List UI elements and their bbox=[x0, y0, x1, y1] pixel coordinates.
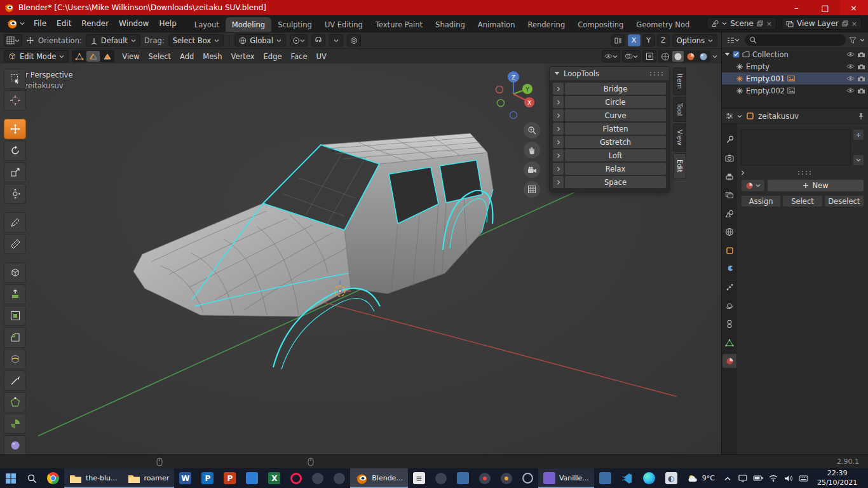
properties-tab-output[interactable] bbox=[722, 170, 736, 184]
disclosure-triangle-icon[interactable] bbox=[724, 52, 730, 57]
taskbar-word-button[interactable]: W bbox=[174, 468, 196, 488]
taskbar-app-dark-3-button[interactable] bbox=[430, 468, 452, 488]
looptools-gstretch-button[interactable]: Gstretch bbox=[565, 136, 666, 148]
looptools-panel-header[interactable]: LoopTools bbox=[550, 67, 669, 80]
shading-solid[interactable] bbox=[672, 51, 684, 62]
options-dropdown[interactable]: Options bbox=[672, 34, 717, 46]
properties-tab-physics[interactable] bbox=[722, 299, 736, 313]
hide-eye-icon[interactable] bbox=[846, 76, 855, 81]
taskbar-task-blende[interactable]: Blende... bbox=[350, 468, 408, 488]
sidebar-tab-item[interactable]: Item bbox=[673, 67, 686, 95]
menu-edit[interactable]: Edit bbox=[51, 15, 76, 32]
shading-material-preview[interactable] bbox=[685, 51, 696, 62]
workspace-tab-sculpting[interactable]: Sculpting bbox=[271, 17, 318, 32]
render-camera-icon[interactable] bbox=[857, 76, 865, 82]
taskbar-app-dark-1-button[interactable] bbox=[307, 468, 329, 488]
taskbar-clock[interactable]: 22:39 25/10/2021 bbox=[811, 469, 863, 487]
hide-eye-icon[interactable] bbox=[846, 64, 855, 69]
tool-knife[interactable] bbox=[4, 370, 26, 391]
taskbar-app-dots-orange-button[interactable] bbox=[496, 468, 517, 488]
editor-type-button[interactable] bbox=[4, 34, 22, 46]
hide-eye-icon[interactable] bbox=[846, 51, 855, 57]
tray-keyboard-icon[interactable] bbox=[796, 475, 811, 482]
looptools-relax-expand[interactable] bbox=[553, 163, 564, 175]
looptools-gstretch-expand[interactable] bbox=[553, 136, 564, 148]
looptools-flatten-button[interactable]: Flatten bbox=[565, 123, 666, 135]
taskbar-search-button[interactable] bbox=[22, 468, 42, 488]
select-mode-vertex[interactable] bbox=[72, 51, 86, 62]
maximize-button[interactable]: □ bbox=[811, 0, 839, 15]
properties-tab-view-layer[interactable] bbox=[722, 188, 736, 202]
properties-tab-object-data[interactable] bbox=[722, 336, 736, 349]
menu-help[interactable]: Help bbox=[154, 15, 181, 32]
tool-spin[interactable] bbox=[4, 414, 26, 434]
taskbar-opera-button[interactable] bbox=[285, 468, 307, 488]
viewport-menu-view[interactable]: View bbox=[118, 52, 144, 61]
properties-tab-world[interactable] bbox=[722, 225, 736, 239]
taskbar-task-roamer[interactable]: roamer bbox=[123, 468, 175, 488]
taskbar-app-blue-button[interactable] bbox=[241, 468, 263, 488]
mirror-options-button[interactable] bbox=[611, 34, 625, 46]
chevron-down-icon[interactable] bbox=[860, 38, 865, 42]
properties-tab-modifiers[interactable] bbox=[722, 262, 736, 276]
pin-icon[interactable] bbox=[858, 112, 864, 120]
action-center-button[interactable] bbox=[863, 475, 868, 482]
material-slot-list[interactable] bbox=[741, 129, 851, 166]
snap-magnet-button[interactable] bbox=[311, 34, 325, 46]
workspace-tab-modeling[interactable]: Modeling bbox=[226, 17, 271, 32]
tray-monitor-icon[interactable] bbox=[735, 475, 750, 482]
browse-material-button[interactable] bbox=[741, 179, 765, 192]
view-layer-selector[interactable]: View Layer × bbox=[782, 17, 862, 30]
workspace-tab-geometry-nod[interactable]: Geometry Nod bbox=[630, 17, 696, 32]
looptools-curve-expand[interactable] bbox=[553, 109, 564, 121]
menu-render[interactable]: Render bbox=[76, 15, 114, 32]
tool-select-box[interactable] bbox=[4, 69, 26, 89]
looptools-circle-button[interactable]: Circle bbox=[565, 96, 666, 108]
tool-extrude-region[interactable] bbox=[4, 284, 26, 304]
viewport-menu-mesh[interactable]: Mesh bbox=[198, 52, 226, 61]
looptools-curve-button[interactable]: Curve bbox=[565, 109, 666, 121]
workspace-tab-animation[interactable]: Animation bbox=[471, 17, 522, 32]
tray-battery-icon[interactable] bbox=[750, 475, 766, 481]
tray-chevron-up-icon[interactable] bbox=[720, 476, 735, 481]
viewport-menu-face[interactable]: Face bbox=[287, 52, 312, 61]
new-view-layer-icon[interactable] bbox=[842, 20, 848, 27]
proportional-editing-button[interactable] bbox=[347, 34, 361, 46]
hide-eye-icon[interactable] bbox=[846, 88, 855, 93]
outliner-search-input[interactable] bbox=[745, 34, 846, 46]
taskbar-edge-button[interactable] bbox=[638, 468, 660, 488]
render-camera-icon[interactable] bbox=[857, 64, 865, 70]
tool-measure[interactable] bbox=[4, 234, 26, 254]
tool-transform[interactable] bbox=[4, 184, 26, 204]
properties-tab-particles[interactable] bbox=[722, 280, 736, 294]
tool-loop-cut[interactable] bbox=[4, 349, 26, 369]
tool-cursor[interactable] bbox=[4, 90, 26, 111]
overlays-button[interactable] bbox=[622, 50, 641, 62]
taskbar-windows-start-button[interactable] bbox=[0, 468, 22, 488]
navigation-gizmo[interactable]: Z Y X bbox=[482, 64, 545, 127]
shading-wireframe[interactable] bbox=[660, 51, 671, 62]
taskbar-paint-button[interactable]: ◐ bbox=[660, 468, 682, 488]
outliner-row-collection[interactable]: Collection bbox=[722, 48, 868, 60]
shading-rendered[interactable] bbox=[698, 51, 709, 62]
viewport-menu-vertex[interactable]: Vertex bbox=[227, 52, 259, 61]
axis-neg-y[interactable] bbox=[498, 100, 505, 107]
panel-drag-handle[interactable] bbox=[648, 71, 665, 76]
zoom-button[interactable] bbox=[524, 122, 540, 139]
show-gizmo-button[interactable] bbox=[602, 50, 620, 62]
viewport-menu-select[interactable]: Select bbox=[144, 52, 175, 61]
looptools-bridge-expand[interactable] bbox=[553, 83, 564, 95]
taskbar-app-blue-2-button[interactable] bbox=[452, 468, 474, 488]
tool-scale[interactable] bbox=[4, 162, 26, 182]
taskbar-app-blue-p-button[interactable]: P bbox=[196, 468, 219, 488]
properties-tab-object[interactable] bbox=[722, 243, 736, 257]
taskbar-vscode-button[interactable] bbox=[616, 468, 638, 488]
slot-specials-button[interactable] bbox=[853, 154, 864, 166]
properties-tab-constraints[interactable] bbox=[722, 317, 736, 331]
3d-viewport[interactable]: User Perspective (1) zeitakusuv Z Y X bbox=[0, 64, 721, 454]
viewport-menu-uv[interactable]: UV bbox=[312, 52, 331, 61]
drag-handle-icon[interactable] bbox=[745, 170, 864, 175]
filter-icon[interactable] bbox=[849, 37, 857, 44]
outliner-row-empty-002[interactable]: Empty.002 bbox=[722, 85, 868, 97]
taskbar-app-light-button[interactable]: ≡ bbox=[408, 468, 430, 488]
